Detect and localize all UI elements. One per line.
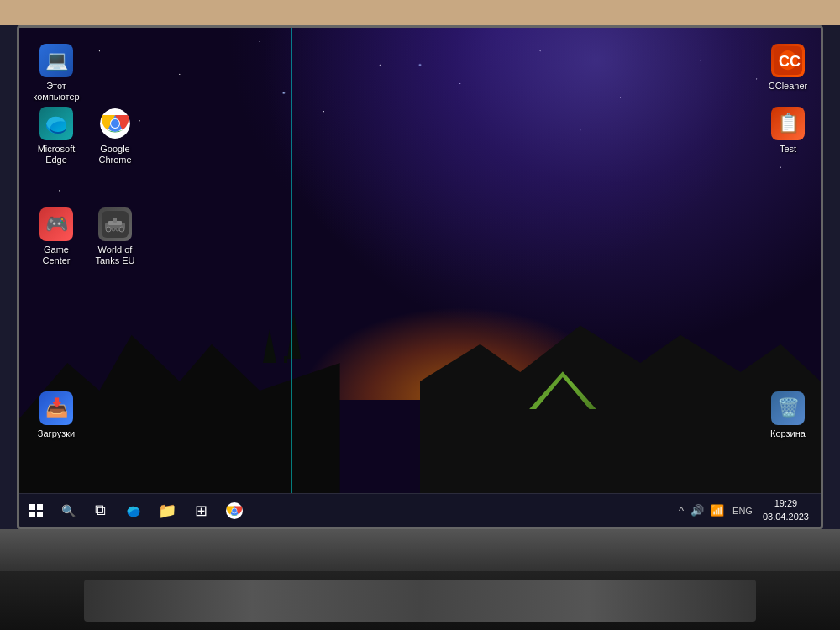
icon-downloads-label: Загрузки [38,428,75,439]
start-button[interactable] [19,494,53,528]
svg-text:CC: CC [779,53,801,70]
svg-rect-16 [37,504,43,510]
tray-network[interactable]: 📶 [709,502,726,518]
icon-google-chrome[interactable]: Google Chrome [87,103,144,169]
icon-test-label: Test [780,144,796,155]
icon-wot-image [98,207,132,241]
svg-rect-17 [29,512,35,517]
search-icon: 🔍 [61,504,76,517]
system-tray: ^ 🔊 📶 [674,502,729,518]
icon-this-pc-label: Этот компьютер [33,81,79,102]
icon-microsoft-edge[interactable]: Microsoft Edge [28,103,85,169]
icon-downloads-image: 📥 [39,391,73,425]
icon-edge-label: Microsoft Edge [38,144,76,165]
taskbar: 🔍 ⧉ 📁 ⊞ [19,493,821,527]
svg-point-11 [112,228,115,231]
icon-ccleaner-label: CCleaner [769,81,807,92]
icon-this-pc[interactable]: 💻 Этот компьютер [28,40,85,106]
icon-test[interactable]: 📋 Test [759,103,816,158]
icon-gamecenter-label: Game Center [31,244,81,266]
icon-chrome-image [98,107,132,140]
svg-point-4 [111,119,119,128]
taskbar-explorer[interactable]: 📁 [150,494,184,528]
taskbar-language[interactable]: ENG [729,506,756,516]
icon-downloads[interactable]: 📥 Загрузки [28,388,85,443]
svg-rect-8 [113,218,117,223]
icon-recycle-image: 🗑️ [771,391,805,425]
taskbar-chrome[interactable] [218,494,251,528]
icon-test-image: 📋 [771,107,805,140]
icon-game-center[interactable]: 🎮 Game Center [28,204,85,270]
taskbar-pinned-app[interactable]: ⊞ [184,494,218,528]
icon-this-pc-image: 💻 [39,44,73,77]
icon-world-of-tanks[interactable]: World of Tanks EU [87,204,144,270]
icon-chrome-label: Google Chrome [98,144,131,165]
icon-edge-image [39,107,73,140]
svg-point-9 [106,227,111,232]
show-desktop-button[interactable] [816,494,821,528]
explorer-icon: 📁 [158,501,176,520]
taskbar-search[interactable]: 🔍 [53,494,83,528]
clock-time: 19:29 [774,497,798,510]
monitor-bottom [0,529,840,630]
desktop-icons: 💻 Этот компьютер [19,28,821,493]
svg-point-12 [116,228,119,231]
svg-rect-18 [37,512,43,517]
stand-hardware [84,580,756,622]
icon-recycle-label: Корзина [770,428,806,439]
taskbar-task-view[interactable]: ⧉ [83,494,117,528]
icon-ccleaner[interactable]: CC CCleaner [759,40,816,95]
icon-gamecenter-image: 🎮 [39,207,73,241]
icon-wot-label: World of Tanks EU [95,244,134,266]
icon-ccleaner-image: CC [771,44,805,77]
svg-point-23 [232,508,237,513]
tray-chevron[interactable]: ^ [677,502,685,518]
monitor-stand [0,571,840,630]
svg-rect-15 [29,504,35,510]
desktop: 💻 Этот компьютер [19,28,821,493]
tray-volume[interactable]: 🔊 [689,502,706,518]
icon-recycle-bin[interactable]: 🗑️ Корзина [759,388,816,443]
taskbar-clock[interactable]: 19:29 03.04.2023 [756,494,816,528]
monitor-frame: 💻 Этот компьютер [17,25,823,529]
task-view-icon: ⧉ [95,501,106,519]
svg-point-10 [119,227,124,232]
taskbar-edge-pinned[interactable] [117,494,150,528]
pinned-app-icon: ⊞ [195,501,207,520]
wall-background [0,0,840,25]
clock-date: 03.04.2023 [763,511,809,523]
